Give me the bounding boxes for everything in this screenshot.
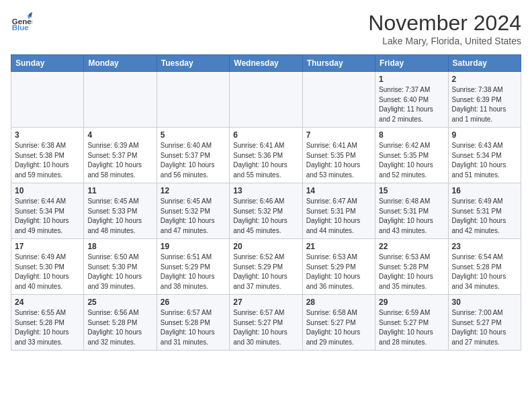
- day-number: 30: [452, 298, 517, 307]
- day-number: 13: [233, 186, 298, 195]
- day-cell: 14Sunrise: 6:47 AM Sunset: 5:31 PM Dayli…: [302, 183, 375, 239]
- day-cell: 7Sunrise: 6:41 AM Sunset: 5:35 PM Daylig…: [302, 128, 375, 183]
- day-number: 24: [15, 298, 80, 307]
- day-cell: 2Sunrise: 7:38 AM Sunset: 6:39 PM Daylig…: [448, 72, 521, 128]
- day-number: 11: [87, 186, 152, 195]
- day-cell: [230, 72, 302, 128]
- day-cell: 10Sunrise: 6:44 AM Sunset: 5:34 PM Dayli…: [11, 183, 84, 239]
- day-number: 23: [452, 242, 517, 251]
- day-info: Sunrise: 6:42 AM Sunset: 5:35 PM Dayligh…: [379, 141, 444, 180]
- day-info: Sunrise: 6:43 AM Sunset: 5:34 PM Dayligh…: [452, 141, 517, 180]
- month-title: November 2024: [368, 11, 521, 36]
- day-number: 15: [379, 186, 444, 195]
- day-cell: 17Sunrise: 6:49 AM Sunset: 5:30 PM Dayli…: [11, 239, 84, 295]
- day-cell: 26Sunrise: 6:57 AM Sunset: 5:28 PM Dayli…: [157, 295, 229, 351]
- col-header-tuesday: Tuesday: [157, 55, 229, 72]
- day-info: Sunrise: 6:51 AM Sunset: 5:29 PM Dayligh…: [161, 253, 226, 291]
- day-info: Sunrise: 6:40 AM Sunset: 5:37 PM Dayligh…: [161, 141, 226, 180]
- week-row-3: 10Sunrise: 6:44 AM Sunset: 5:34 PM Dayli…: [11, 183, 521, 239]
- day-info: Sunrise: 6:46 AM Sunset: 5:32 PM Dayligh…: [233, 197, 298, 236]
- week-row-1: 1Sunrise: 7:37 AM Sunset: 6:40 PM Daylig…: [11, 72, 521, 128]
- day-info: Sunrise: 6:55 AM Sunset: 5:28 PM Dayligh…: [15, 308, 80, 347]
- day-number: 28: [306, 298, 371, 307]
- day-info: Sunrise: 7:38 AM Sunset: 6:39 PM Dayligh…: [452, 85, 517, 124]
- day-cell: 16Sunrise: 6:49 AM Sunset: 5:31 PM Dayli…: [448, 183, 521, 239]
- day-info: Sunrise: 6:49 AM Sunset: 5:31 PM Dayligh…: [452, 197, 517, 236]
- day-cell: 27Sunrise: 6:57 AM Sunset: 5:27 PM Dayli…: [230, 295, 302, 351]
- day-info: Sunrise: 6:49 AM Sunset: 5:30 PM Dayligh…: [15, 253, 80, 291]
- day-cell: 19Sunrise: 6:51 AM Sunset: 5:29 PM Dayli…: [157, 239, 229, 295]
- col-header-monday: Monday: [84, 55, 157, 72]
- day-number: 4: [87, 130, 152, 140]
- day-info: Sunrise: 6:50 AM Sunset: 5:30 PM Dayligh…: [87, 253, 152, 291]
- day-info: Sunrise: 6:57 AM Sunset: 5:27 PM Dayligh…: [233, 308, 298, 347]
- day-number: 20: [233, 242, 298, 251]
- day-cell: 1Sunrise: 7:37 AM Sunset: 6:40 PM Daylig…: [375, 72, 448, 128]
- day-cell: 21Sunrise: 6:53 AM Sunset: 5:29 PM Dayli…: [302, 239, 375, 295]
- day-info: Sunrise: 6:53 AM Sunset: 5:29 PM Dayligh…: [306, 253, 371, 291]
- day-cell: 12Sunrise: 6:45 AM Sunset: 5:32 PM Dayli…: [157, 183, 229, 239]
- day-number: 3: [15, 130, 80, 140]
- day-number: 5: [161, 130, 226, 140]
- calendar-table: SundayMondayTuesdayWednesdayThursdayFrid…: [11, 54, 521, 351]
- day-number: 26: [161, 298, 226, 307]
- day-cell: 23Sunrise: 6:54 AM Sunset: 5:28 PM Dayli…: [448, 239, 521, 295]
- day-number: 17: [15, 242, 80, 251]
- svg-text:Blue: Blue: [12, 24, 30, 32]
- title-block: November 2024 Lake Mary, Florida, United…: [368, 11, 521, 46]
- day-info: Sunrise: 6:45 AM Sunset: 5:33 PM Dayligh…: [87, 197, 152, 236]
- day-cell: 11Sunrise: 6:45 AM Sunset: 5:33 PM Dayli…: [84, 183, 157, 239]
- day-number: 27: [233, 298, 298, 307]
- day-cell: [11, 72, 84, 128]
- day-cell: 20Sunrise: 6:52 AM Sunset: 5:29 PM Dayli…: [230, 239, 302, 295]
- location-subtitle: Lake Mary, Florida, United States: [368, 36, 521, 46]
- day-cell: 28Sunrise: 6:58 AM Sunset: 5:27 PM Dayli…: [302, 295, 375, 351]
- col-header-saturday: Saturday: [448, 55, 521, 72]
- day-number: 22: [379, 242, 444, 251]
- day-cell: 24Sunrise: 6:55 AM Sunset: 5:28 PM Dayli…: [11, 295, 84, 351]
- day-info: Sunrise: 6:59 AM Sunset: 5:27 PM Dayligh…: [379, 308, 444, 347]
- day-number: 10: [15, 186, 80, 195]
- day-number: 2: [452, 75, 517, 84]
- day-number: 9: [452, 130, 517, 140]
- week-row-4: 17Sunrise: 6:49 AM Sunset: 5:30 PM Dayli…: [11, 239, 521, 295]
- day-cell: [302, 72, 375, 128]
- day-info: Sunrise: 6:39 AM Sunset: 5:37 PM Dayligh…: [87, 141, 152, 180]
- day-cell: 30Sunrise: 7:00 AM Sunset: 5:27 PM Dayli…: [448, 295, 521, 351]
- day-cell: 9Sunrise: 6:43 AM Sunset: 5:34 PM Daylig…: [448, 128, 521, 183]
- day-cell: 18Sunrise: 6:50 AM Sunset: 5:30 PM Dayli…: [84, 239, 157, 295]
- day-number: 14: [306, 186, 371, 195]
- day-cell: 15Sunrise: 6:48 AM Sunset: 5:31 PM Dayli…: [375, 183, 448, 239]
- day-number: 29: [379, 298, 444, 307]
- logo-icon: General Blue: [11, 11, 32, 32]
- day-cell: 29Sunrise: 6:59 AM Sunset: 5:27 PM Dayli…: [375, 295, 448, 351]
- day-info: Sunrise: 6:58 AM Sunset: 5:27 PM Dayligh…: [306, 308, 371, 347]
- day-info: Sunrise: 6:45 AM Sunset: 5:32 PM Dayligh…: [161, 197, 226, 236]
- day-info: Sunrise: 6:56 AM Sunset: 5:28 PM Dayligh…: [87, 308, 152, 347]
- day-cell: 8Sunrise: 6:42 AM Sunset: 5:35 PM Daylig…: [375, 128, 448, 183]
- week-row-5: 24Sunrise: 6:55 AM Sunset: 5:28 PM Dayli…: [11, 295, 521, 351]
- day-info: Sunrise: 6:44 AM Sunset: 5:34 PM Dayligh…: [15, 197, 80, 236]
- day-number: 18: [87, 242, 152, 251]
- day-cell: 22Sunrise: 6:53 AM Sunset: 5:28 PM Dayli…: [375, 239, 448, 295]
- day-info: Sunrise: 6:41 AM Sunset: 5:36 PM Dayligh…: [233, 141, 298, 180]
- day-number: 8: [379, 130, 444, 140]
- day-info: Sunrise: 7:37 AM Sunset: 6:40 PM Dayligh…: [379, 85, 444, 124]
- day-cell: 6Sunrise: 6:41 AM Sunset: 5:36 PM Daylig…: [230, 128, 302, 183]
- col-header-friday: Friday: [375, 55, 448, 72]
- day-number: 21: [306, 242, 371, 251]
- day-cell: 4Sunrise: 6:39 AM Sunset: 5:37 PM Daylig…: [84, 128, 157, 183]
- day-number: 16: [452, 186, 517, 195]
- day-info: Sunrise: 6:53 AM Sunset: 5:28 PM Dayligh…: [379, 253, 444, 291]
- col-header-thursday: Thursday: [302, 55, 375, 72]
- logo: General Blue: [11, 11, 32, 32]
- day-info: Sunrise: 6:47 AM Sunset: 5:31 PM Dayligh…: [306, 197, 371, 236]
- day-info: Sunrise: 6:48 AM Sunset: 5:31 PM Dayligh…: [379, 197, 444, 236]
- day-number: 12: [161, 186, 226, 195]
- col-header-wednesday: Wednesday: [230, 55, 302, 72]
- day-cell: 13Sunrise: 6:46 AM Sunset: 5:32 PM Dayli…: [230, 183, 302, 239]
- col-header-sunday: Sunday: [11, 55, 84, 72]
- day-number: 19: [161, 242, 226, 251]
- day-number: 1: [379, 75, 444, 84]
- day-info: Sunrise: 6:57 AM Sunset: 5:28 PM Dayligh…: [161, 308, 226, 347]
